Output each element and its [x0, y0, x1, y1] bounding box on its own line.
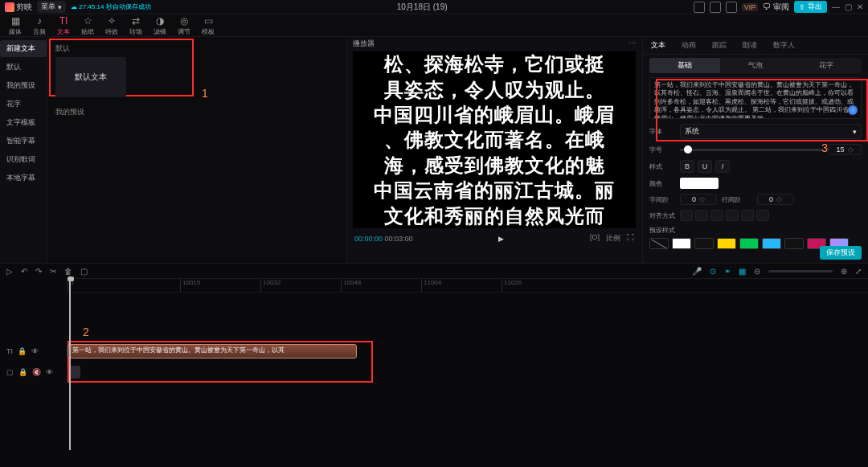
size-slider[interactable] — [680, 149, 823, 151]
eye-icon[interactable]: 👁 — [31, 347, 39, 355]
font-select[interactable]: 系统▾ — [680, 124, 862, 139]
preset-6[interactable] — [784, 238, 804, 249]
tool-magnet[interactable]: ⊙ — [710, 267, 716, 276]
video-canvas[interactable]: 松、探海松寺，它们或挺 具姿态，令人叹为观止。 中国四川省的峨眉山。峨眉 、佛教… — [353, 51, 636, 228]
sidebar-item-fancy[interactable]: 花字 — [0, 96, 47, 113]
layout-icon-2[interactable] — [710, 2, 721, 13]
align-left[interactable] — [680, 210, 693, 221]
tool-zoom-in[interactable]: ⊕ — [841, 267, 847, 276]
underline-button[interactable]: U — [698, 160, 712, 173]
tool-mic[interactable]: 🎤 — [692, 267, 702, 276]
default-text-thumb[interactable]: 默认文本 — [55, 57, 126, 97]
tab-effect[interactable]: ✧特效 — [100, 14, 124, 36]
eye-icon[interactable]: 👁 — [46, 368, 53, 376]
lock-icon[interactable]: 🔒 — [18, 368, 27, 376]
rtab-track[interactable]: 跟踪 — [704, 37, 735, 54]
subtab-flower[interactable]: 花字 — [791, 58, 862, 73]
rtab-anim[interactable]: 动画 — [674, 37, 704, 54]
bold-button[interactable]: B — [680, 160, 694, 173]
style-label: 样式 — [649, 162, 675, 171]
align-bottom[interactable] — [756, 210, 769, 221]
sidebar-item-new-text[interactable]: 新建文本 — [0, 40, 47, 57]
scale-icon[interactable]: [O] — [590, 233, 600, 244]
window-close[interactable]: ✕ — [857, 2, 863, 11]
preset-1[interactable] — [672, 238, 691, 249]
lock-icon[interactable]: 🔒 — [18, 347, 27, 355]
review-button[interactable]: 🗩 审阅 — [763, 2, 789, 13]
preview-settings-icon[interactable]: ⋯ — [628, 39, 636, 47]
asset-body: 1 默认 默认文本 我的预设 — [47, 37, 346, 263]
color-swatch[interactable] — [680, 178, 719, 189]
sidebar-item-lyric[interactable]: 识别歌词 — [0, 151, 47, 168]
track-type-video: ▢ — [6, 368, 14, 376]
rtab-text[interactable]: 文本 — [643, 37, 674, 54]
preset-5[interactable] — [762, 238, 781, 249]
zoom-slider[interactable] — [768, 270, 833, 272]
tab-media[interactable]: ▦媒体 — [3, 14, 27, 36]
size-label: 字号 — [649, 145, 675, 154]
tool-delete[interactable]: 🗑 — [64, 267, 72, 276]
tool-undo[interactable]: ↶ — [21, 267, 27, 276]
category-default: 默认 — [47, 37, 346, 57]
tab-audio[interactable]: ♪音频 — [27, 14, 51, 36]
layout-icon-3[interactable] — [726, 2, 737, 13]
rtab-digital[interactable]: 数字人 — [765, 37, 803, 54]
preset-3[interactable] — [717, 238, 736, 249]
category-my-preset: 我的预设 — [47, 97, 346, 121]
tab-transition[interactable]: ⇄转场 — [124, 14, 148, 36]
rtab-read[interactable]: 朗读 — [735, 37, 765, 54]
subtab-basic[interactable]: 基础 — [649, 58, 720, 73]
italic-button[interactable]: I — [715, 160, 730, 173]
tool-fit[interactable]: ⤢ — [855, 267, 862, 276]
letter-spacing-value[interactable]: 0 ◇ — [680, 194, 717, 205]
layout-icon-1[interactable] — [694, 2, 705, 13]
ai-assist-icon[interactable] — [848, 105, 858, 115]
window-maximize[interactable]: ▢ — [845, 2, 852, 11]
preset-2[interactable] — [694, 238, 714, 249]
play-button[interactable]: ▶ — [498, 235, 504, 243]
text-content-input[interactable]: 第一站，我们来到位于中国安徽省的黄山。黄山被誉为天下第一奇山，以其奇松、怪石、云… — [649, 77, 862, 119]
asset-tabs: ▦媒体 ♪音频 TI文本 ☆贴纸 ✧特效 ⇄转场 ◑滤镜 ◎调节 ▭模板 — [0, 14, 868, 37]
sidebar-item-my-preset[interactable]: 我的预设 — [0, 77, 47, 94]
export-button[interactable]: ⇧ 导出 — [794, 1, 827, 13]
filter-icon: ◑ — [154, 15, 166, 27]
preset-none[interactable] — [649, 238, 669, 249]
tool-select[interactable]: ▷ — [6, 267, 13, 276]
preview-title: 播放器 — [353, 39, 375, 49]
subtab-bubble[interactable]: 气泡 — [720, 58, 791, 73]
tool-crop[interactable]: ▢ — [80, 267, 88, 276]
align-right[interactable] — [710, 210, 723, 221]
save-preset-button[interactable]: 保存预设 — [820, 246, 862, 260]
sidebar-item-text-template[interactable]: 文字模板 — [0, 114, 47, 131]
preset-4[interactable] — [739, 238, 759, 249]
vip-badge[interactable]: VIP — [742, 3, 759, 11]
playhead[interactable] — [69, 278, 71, 450]
sidebar-item-smart-caption[interactable]: 智能字幕 — [0, 133, 47, 150]
menu-dropdown[interactable]: 菜单▾ — [37, 1, 66, 13]
tool-zoom-out[interactable]: ⊖ — [754, 267, 760, 276]
tab-template[interactable]: ▭模板 — [196, 14, 220, 36]
tab-filter[interactable]: ◑滤镜 — [148, 14, 172, 36]
tool-redo[interactable]: ↷ — [35, 267, 42, 276]
text-clip[interactable]: 第一站，我们来到位于中国安徽省的黄山。黄山被誉为天下第一奇山，以其 — [68, 344, 357, 358]
size-value[interactable]: 15 ◇ — [828, 144, 862, 155]
sidebar-item-default[interactable]: 默认 — [0, 59, 47, 76]
preset-label: 预设样式 — [649, 226, 675, 235]
time-ruler[interactable]: 0 10015 10032 10048 11004 11026 — [68, 278, 868, 293]
tab-sticker[interactable]: ☆贴纸 — [76, 14, 100, 36]
align-top[interactable] — [726, 210, 739, 221]
tool-preview[interactable]: ▦ — [739, 267, 746, 276]
tab-adjust[interactable]: ◎调节 — [172, 14, 196, 36]
tool-split[interactable]: ✂ — [50, 267, 56, 276]
mute-icon[interactable]: 🔇 — [32, 368, 41, 376]
line-spacing-value[interactable]: 0 ◇ — [757, 194, 794, 205]
align-center[interactable] — [695, 210, 708, 221]
sidebar-item-local-caption[interactable]: 本地字幕 — [0, 170, 47, 186]
tab-text[interactable]: TI文本 — [51, 14, 76, 36]
fullscreen-icon[interactable]: ⛶ — [627, 233, 634, 244]
ratio-button[interactable]: 比例 — [606, 233, 620, 244]
tool-link[interactable]: ⚭ — [724, 267, 731, 276]
align-middle[interactable] — [741, 210, 754, 221]
video-clip[interactable] — [69, 366, 80, 379]
window-minimize[interactable]: — — [832, 2, 840, 11]
